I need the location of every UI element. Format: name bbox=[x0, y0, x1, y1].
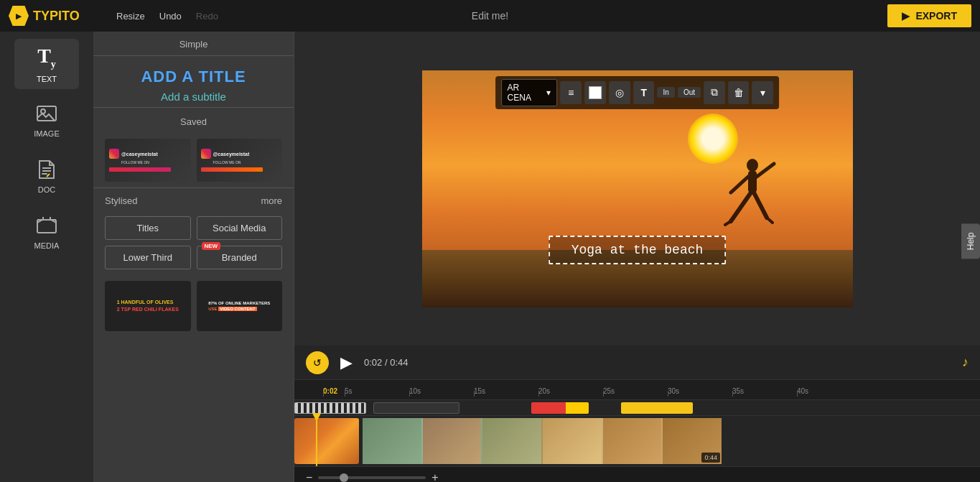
more-options-button[interactable]: ▾ bbox=[752, 81, 774, 104]
copy-button[interactable]: ⧉ bbox=[704, 81, 725, 104]
refresh-button[interactable]: ↺ bbox=[306, 351, 329, 374]
template-2-content: 87% OF ONLINE MARKETERS USE VIDEO CONTEN… bbox=[205, 297, 273, 315]
text-icon: Ty bbox=[37, 45, 56, 70]
category-buttons: Titles Social Media Lower Third NEW Bran… bbox=[93, 210, 294, 275]
insta-follow-2: FOLLOW ME ON bbox=[213, 160, 241, 164]
sidebar-item-doc[interactable]: DOC bbox=[14, 151, 79, 201]
sidebar-item-image[interactable]: IMAGE bbox=[14, 95, 79, 145]
delete-icon: 🗑 bbox=[734, 87, 744, 98]
align-icon: ≡ bbox=[568, 87, 574, 98]
ruler-mark-20s: 20s bbox=[538, 387, 603, 397]
video-segment-1[interactable] bbox=[294, 418, 359, 464]
current-time: 0:02 bbox=[364, 357, 382, 368]
saved-item-1-inner: @caseymeistat FOLLOW ME ON bbox=[105, 139, 191, 182]
resize-button[interactable]: Resize bbox=[116, 11, 145, 22]
thumb-5 bbox=[603, 418, 662, 464]
app-logo[interactable]: ▶ TYPITO bbox=[9, 6, 102, 26]
template-thumb-2[interactable]: 87% OF ONLINE MARKETERS USE VIDEO CONTEN… bbox=[197, 281, 283, 331]
template-1-content: 1 HANDFUL OF OLIVES 2 TSP RED CHILI FLAK… bbox=[114, 296, 182, 317]
topbar: ▶ TYPITO Resize Undo Redo Edit me! ▶ EXP… bbox=[0, 0, 980, 32]
style-button[interactable]: ◎ bbox=[609, 81, 630, 104]
total-time: 0:44 bbox=[390, 357, 408, 368]
branded-label: Branded bbox=[222, 252, 257, 263]
playhead[interactable] bbox=[316, 416, 317, 466]
instagram-icon-1 bbox=[109, 149, 119, 159]
zoom-slider[interactable] bbox=[318, 476, 426, 479]
sidebar-item-text[interactable]: Ty TEXT bbox=[14, 39, 79, 89]
svg-point-8 bbox=[747, 159, 758, 172]
stylised-more: Stylised more bbox=[93, 187, 294, 210]
svg-line-13 bbox=[754, 193, 767, 218]
insta-follow-1: FOLLOW ME ON bbox=[121, 160, 149, 164]
panel: Simple ADD A TITLE Add a subtitle Saved … bbox=[93, 32, 294, 482]
redo-button[interactable]: Redo bbox=[196, 11, 218, 22]
zoom-controls: − + bbox=[294, 466, 980, 482]
play-button[interactable]: ▶ bbox=[337, 351, 355, 375]
video-canvas-wrapper: AR CENA ▾ ≡ ◎ T I bbox=[294, 32, 980, 346]
segment-black[interactable] bbox=[373, 402, 459, 414]
ruler-mark-25s: 25s bbox=[603, 387, 668, 397]
segment-yellow[interactable] bbox=[621, 402, 693, 414]
color-icon bbox=[589, 86, 602, 99]
insta-bar-1 bbox=[109, 167, 171, 172]
align-button[interactable]: ≡ bbox=[560, 81, 582, 104]
video-seg-2-thumbs bbox=[363, 418, 722, 464]
video-segment-2[interactable]: 0:44 bbox=[363, 418, 722, 464]
zoom-out-button[interactable]: − bbox=[306, 471, 312, 482]
sidebar-icons: Ty TEXT IMAGE DOC bbox=[0, 32, 93, 482]
lower-third-button[interactable]: Lower Third bbox=[105, 246, 191, 269]
zoom-in-button[interactable]: + bbox=[431, 471, 438, 482]
saved-item-1[interactable]: @caseymeistat FOLLOW ME ON bbox=[105, 139, 191, 182]
svg-line-11 bbox=[757, 164, 774, 177]
video-text-overlay[interactable]: Yoga at the beach bbox=[549, 236, 727, 264]
scene-name: AR CENA bbox=[508, 83, 543, 103]
saved-items: @caseymeistat FOLLOW ME ON @caseymeistat… bbox=[93, 133, 294, 187]
in-button[interactable]: In bbox=[658, 87, 675, 98]
panel-subtitle[interactable]: Add a subtitle bbox=[108, 91, 279, 103]
document-title[interactable]: Edit me! bbox=[472, 10, 508, 22]
copy-icon: ⧉ bbox=[711, 86, 718, 98]
text-format-button[interactable]: T bbox=[633, 81, 655, 104]
video-toolbar: AR CENA ▾ ≡ ◎ T I bbox=[495, 76, 780, 109]
insta-name-1: @caseymeistat bbox=[121, 152, 158, 157]
section-saved-label: Saved bbox=[93, 107, 294, 133]
sidebar-doc-label: DOC bbox=[38, 185, 55, 194]
topbar-nav: Resize Undo Redo bbox=[116, 11, 218, 22]
out-button[interactable]: Out bbox=[678, 87, 701, 98]
image-icon bbox=[35, 102, 58, 125]
instagram-badge-2: @caseymeistat bbox=[201, 149, 250, 159]
text-format-icon: T bbox=[640, 87, 647, 98]
panel-title-main[interactable]: ADD A TITLE bbox=[108, 68, 279, 86]
music-icon: ♪ bbox=[962, 355, 969, 370]
delete-button[interactable]: 🗑 bbox=[728, 81, 750, 104]
color-button[interactable] bbox=[584, 81, 606, 104]
scene-dropdown-icon: ▾ bbox=[546, 88, 551, 98]
more-label[interactable]: more bbox=[261, 195, 282, 206]
social-media-button[interactable]: Social Media bbox=[197, 216, 283, 240]
saved-item-2-inner: @caseymeistat FOLLOW ME ON bbox=[197, 139, 283, 182]
export-button[interactable]: ▶ EXPORT bbox=[887, 4, 971, 27]
thumb-3 bbox=[482, 418, 541, 464]
scene-select[interactable]: AR CENA ▾ bbox=[501, 79, 558, 106]
help-button[interactable]: Help bbox=[961, 223, 980, 259]
segment-white[interactable] bbox=[294, 402, 366, 414]
undo-button[interactable]: Undo bbox=[159, 11, 182, 22]
timeline-ruler: 0:02 5s 10s 15s 20s 25s 30s 35s 40s bbox=[294, 380, 980, 400]
branded-button[interactable]: NEW Branded bbox=[197, 246, 283, 269]
titles-button[interactable]: Titles bbox=[105, 216, 191, 240]
video-seg-1-thumb bbox=[294, 418, 359, 464]
sidebar-image-label: IMAGE bbox=[34, 129, 59, 138]
segment-red[interactable] bbox=[531, 402, 589, 414]
template-thumb-1[interactable]: 1 HANDFUL OF OLIVES 2 TSP RED CHILI FLAK… bbox=[105, 281, 191, 331]
zoom-slider-handle[interactable] bbox=[340, 473, 348, 482]
silhouette-element bbox=[724, 157, 781, 250]
saved-item-2[interactable]: @caseymeistat FOLLOW ME ON bbox=[197, 139, 283, 182]
logo-icon: ▶ bbox=[9, 6, 29, 26]
svg-line-15 bbox=[767, 218, 773, 223]
instagram-badge-1: @caseymeistat bbox=[109, 149, 158, 159]
sidebar-item-media[interactable]: MEDIA bbox=[14, 207, 79, 257]
timeline-area: ↺ ▶ 0:02 / 0:44 ♪ 0:02 5s 10s 15s bbox=[294, 346, 980, 482]
export-label: EXPORT bbox=[915, 10, 957, 22]
ruler-marks: 0:02 5s 10s 15s 20s 25s 30s 35s 40s bbox=[323, 380, 862, 399]
more-options-icon: ▾ bbox=[760, 87, 765, 98]
